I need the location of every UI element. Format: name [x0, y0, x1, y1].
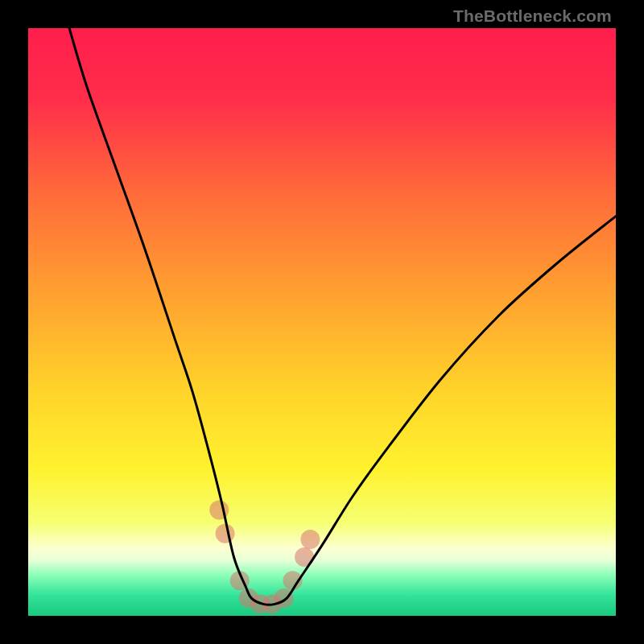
data-marker [300, 530, 320, 549]
data-marker [216, 524, 235, 543]
plot-area [28, 28, 616, 616]
curve-layer [28, 28, 616, 616]
bottleneck-curve [69, 28, 616, 605]
watermark-text: TheBottleneck.com [453, 6, 612, 26]
chart-frame: TheBottleneck.com [0, 0, 644, 644]
